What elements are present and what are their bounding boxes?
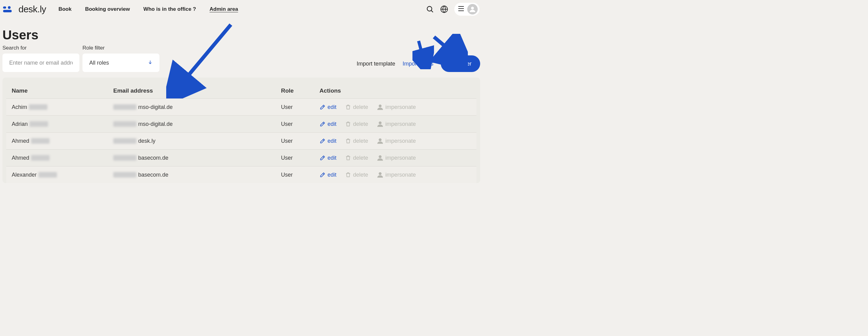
- impersonate-action: impersonate: [377, 155, 416, 161]
- svg-point-9: [471, 7, 474, 9]
- nav-who-in-office[interactable]: Who is in the office ?: [144, 6, 196, 12]
- svg-rect-0: [3, 6, 6, 9]
- role-label: Role filter: [83, 45, 159, 51]
- delete-action: delete: [345, 138, 368, 144]
- topbar-right: [426, 3, 479, 16]
- edit-action[interactable]: edit: [319, 155, 336, 161]
- hamburger-icon: [458, 6, 464, 12]
- cell-email: basecom.de: [108, 149, 276, 166]
- role-filter: Role filter All roles: [83, 45, 159, 72]
- table-row: Alexander basecom.deUsereditdeleteimpers…: [6, 166, 476, 183]
- page-title: Users: [2, 28, 480, 42]
- logo[interactable]: desk.ly: [3, 4, 46, 14]
- nav-booking-overview[interactable]: Booking overview: [85, 6, 130, 12]
- arrow-down-icon: [148, 60, 153, 66]
- cell-role: User: [276, 116, 314, 133]
- main-nav: Book Booking overview Who is in the offi…: [59, 6, 426, 12]
- globe-icon[interactable]: [440, 5, 448, 13]
- cell-email: mso-digital.de: [108, 99, 276, 116]
- delete-action: delete: [345, 104, 368, 110]
- cell-actions: editdeleteimpersonate: [314, 99, 476, 116]
- svg-point-13: [379, 138, 381, 141]
- th-name: Name: [6, 83, 108, 99]
- search-icon[interactable]: [426, 5, 434, 13]
- users-table-wrap: Name Email address Role Actions Achim ms…: [2, 77, 480, 183]
- delete-action: delete: [345, 172, 368, 178]
- cell-name: Adrian: [6, 116, 108, 133]
- svg-point-14: [379, 156, 381, 158]
- svg-line-4: [431, 10, 433, 12]
- topbar: desk.ly Book Booking overview Who is in …: [0, 0, 483, 19]
- filters-actions: Import template Import users Add user: [357, 56, 480, 72]
- add-user-button[interactable]: Add user: [441, 56, 480, 72]
- impersonate-action: impersonate: [377, 171, 416, 178]
- delete-action: delete: [345, 155, 368, 161]
- cell-name: Achim: [6, 99, 108, 116]
- impersonate-action: impersonate: [377, 138, 416, 144]
- table-row: Achim mso-digital.deUsereditdeleteimpers…: [6, 99, 476, 116]
- search-filter: Search for: [2, 45, 80, 72]
- cell-email: mso-digital.de: [108, 116, 276, 133]
- cell-role: User: [276, 133, 314, 149]
- nav-admin-area[interactable]: Admin area: [210, 6, 238, 12]
- edit-action[interactable]: edit: [319, 121, 336, 127]
- th-email: Email address: [108, 83, 276, 99]
- cell-actions: editdeleteimpersonate: [314, 116, 476, 133]
- impersonate-action: impersonate: [377, 104, 416, 110]
- page: Users Search for Role filter All roles I…: [0, 19, 483, 183]
- th-actions: Actions: [314, 83, 476, 99]
- cell-name: Alexander: [6, 166, 108, 183]
- delete-action: delete: [345, 121, 368, 127]
- edit-action[interactable]: edit: [319, 172, 336, 178]
- svg-point-11: [379, 105, 381, 107]
- cell-email: basecom.de: [108, 166, 276, 183]
- edit-action[interactable]: edit: [319, 104, 336, 110]
- cell-actions: editdeleteimpersonate: [314, 166, 476, 183]
- edit-action[interactable]: edit: [319, 138, 336, 144]
- import-users-link[interactable]: Import users: [403, 61, 433, 67]
- svg-point-1: [8, 6, 11, 9]
- svg-point-12: [379, 122, 381, 124]
- role-select-value: All roles: [89, 60, 109, 66]
- cell-email: desk.ly: [108, 133, 276, 149]
- svg-point-3: [427, 6, 432, 11]
- impersonate-action: impersonate: [377, 121, 416, 127]
- user-menu[interactable]: [454, 3, 479, 16]
- filters-row: Search for Role filter All roles Import …: [2, 45, 480, 72]
- table-row: Adrian mso-digital.deUsereditdeleteimper…: [6, 116, 476, 133]
- users-table: Name Email address Role Actions Achim ms…: [6, 83, 476, 183]
- table-row: Ahmed desk.lyUsereditdeleteimpersonate: [6, 133, 476, 149]
- import-template-link[interactable]: Import template: [357, 61, 395, 67]
- cell-actions: editdeleteimpersonate: [314, 133, 476, 149]
- th-role: Role: [276, 83, 314, 99]
- nav-book[interactable]: Book: [59, 6, 72, 12]
- role-select[interactable]: All roles: [83, 54, 159, 72]
- svg-point-15: [379, 172, 381, 175]
- svg-rect-2: [3, 10, 12, 12]
- logo-text: desk.ly: [19, 4, 46, 14]
- logo-mark-icon: [3, 5, 16, 13]
- cell-role: User: [276, 166, 314, 183]
- table-row: Ahmed basecom.deUsereditdeleteimpersonat…: [6, 149, 476, 166]
- search-label: Search for: [2, 45, 80, 51]
- cell-name: Ahmed: [6, 149, 108, 166]
- cell-role: User: [276, 99, 314, 116]
- cell-role: User: [276, 149, 314, 166]
- cell-name: Ahmed: [6, 133, 108, 149]
- avatar-icon: [467, 4, 478, 14]
- search-input[interactable]: [2, 54, 80, 72]
- cell-actions: editdeleteimpersonate: [314, 149, 476, 166]
